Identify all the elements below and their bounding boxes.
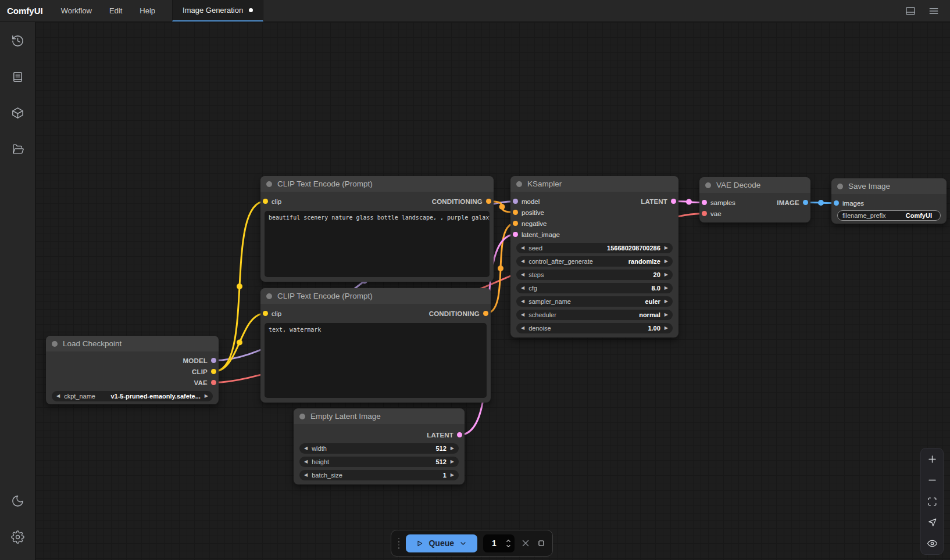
zoom-in-button[interactable] — [921, 448, 943, 469]
widget-denoise[interactable]: ◀denoise1.00▶ — [516, 323, 673, 333]
combo-left-arrow-icon[interactable]: ◀ — [521, 299, 524, 304]
sidebar-item-workflows[interactable] — [0, 136, 35, 161]
input-port-samples[interactable] — [702, 200, 707, 205]
combo-right-arrow-icon[interactable]: ▶ — [205, 394, 208, 399]
spinner-down-icon[interactable] — [505, 544, 512, 549]
widget-width[interactable]: ◀width512▶ — [299, 443, 459, 454]
collapse-dot[interactable] — [266, 181, 272, 187]
menu-workflow[interactable]: Workflow — [52, 6, 101, 15]
combo-right-arrow-icon[interactable]: ▶ — [665, 272, 668, 277]
app-logo[interactable]: ComfyUI — [0, 6, 52, 16]
widget-scheduler[interactable]: ◀schedulernormal▶ — [516, 310, 673, 320]
widget-cfg[interactable]: ◀cfg8.0▶ — [516, 283, 673, 293]
widget-filename-prefix[interactable]: filename_prefix ComfyUI — [837, 210, 941, 221]
node-title-bar[interactable]: CLIP Text Encode (Prompt) — [260, 176, 494, 192]
input-port-positive[interactable] — [513, 210, 518, 215]
combo-left-arrow-icon[interactable]: ◀ — [521, 286, 524, 290]
tab-image-generation[interactable]: Image Generation — [172, 0, 263, 21]
widget-sampler-name[interactable]: ◀sampler_nameeuler▶ — [516, 296, 673, 307]
spinner-up-icon[interactable] — [505, 538, 512, 543]
node-title-bar[interactable]: CLIP Text Encode (Prompt) — [260, 288, 491, 304]
input-port-clip[interactable] — [263, 311, 268, 316]
node-save-image[interactable]: Save Image images filename_prefix ComfyU… — [831, 178, 947, 224]
widget-ckpt-name[interactable]: ◀ ckpt_name v1-5-pruned-emaonly.safete..… — [52, 391, 213, 401]
output-port-clip[interactable] — [211, 369, 216, 374]
combo-right-arrow-icon[interactable]: ▶ — [665, 286, 668, 290]
combo-left-arrow-icon[interactable]: ◀ — [521, 272, 524, 277]
collapse-dot[interactable] — [837, 184, 843, 189]
output-port-conditioning[interactable] — [483, 311, 488, 316]
menu-icon[interactable] — [928, 5, 940, 17]
zoom-out-button[interactable] — [921, 469, 943, 490]
sidebar-item-theme-toggle[interactable] — [0, 488, 35, 514]
widget-control-after-generate[interactable]: ◀control_after_generaterandomize▶ — [516, 256, 673, 267]
combo-right-arrow-icon[interactable]: ▶ — [665, 259, 668, 264]
sidebar-item-queue-history[interactable] — [0, 28, 35, 53]
prompt-textarea[interactable]: text, watermark — [265, 323, 487, 398]
input-port-vae[interactable] — [702, 211, 707, 216]
combo-left-arrow-icon[interactable]: ◀ — [521, 326, 524, 331]
input-port-latent-image[interactable] — [513, 232, 518, 237]
combo-left-arrow-icon[interactable]: ◀ — [521, 246, 524, 250]
input-port-images[interactable] — [834, 200, 839, 206]
output-port-conditioning[interactable] — [486, 199, 491, 204]
collapse-dot[interactable] — [516, 181, 522, 187]
batch-count-input[interactable]: 1 — [483, 534, 515, 552]
combo-right-arrow-icon[interactable]: ▶ — [665, 246, 668, 250]
output-port-latent[interactable] — [457, 432, 462, 437]
node-title-bar[interactable]: Load Checkpoint — [46, 336, 219, 351]
combo-right-arrow-icon[interactable]: ▶ — [665, 313, 668, 317]
combo-right-arrow-icon[interactable]: ▶ — [451, 460, 454, 464]
node-title-bar[interactable]: KSampler — [510, 176, 678, 192]
output-port-model[interactable] — [211, 358, 216, 363]
menu-help[interactable]: Help — [131, 6, 164, 15]
combo-right-arrow-icon[interactable]: ▶ — [665, 326, 668, 331]
output-port-latent[interactable] — [671, 199, 676, 204]
combo-left-arrow-icon[interactable]: ◀ — [56, 394, 60, 399]
stop-button[interactable] — [537, 539, 546, 548]
node-clip-text-encode-negative[interactable]: CLIP Text Encode (Prompt) clip CONDITION… — [260, 288, 491, 403]
output-port-vae[interactable] — [211, 380, 216, 385]
sidebar-item-model-library[interactable] — [0, 100, 35, 125]
combo-left-arrow-icon[interactable]: ◀ — [521, 259, 524, 264]
node-vae-decode[interactable]: VAE Decode samples IMAGE vae — [699, 177, 810, 222]
node-title-bar[interactable]: Save Image — [831, 178, 947, 194]
combo-right-arrow-icon[interactable]: ▶ — [451, 446, 454, 451]
widget-seed[interactable]: ◀seed156680208700286▶ — [516, 243, 673, 253]
collapse-dot[interactable] — [266, 293, 272, 299]
combo-left-arrow-icon[interactable]: ◀ — [521, 313, 524, 317]
combo-left-arrow-icon[interactable]: ◀ — [304, 473, 308, 478]
collapse-dot[interactable] — [705, 182, 711, 188]
sidebar-item-node-library[interactable] — [0, 64, 35, 89]
input-port-negative[interactable] — [513, 221, 518, 226]
toggle-link-visibility-button[interactable] — [921, 533, 943, 554]
prompt-textarea[interactable]: beautiful scenery nature glass bottle la… — [265, 211, 490, 277]
node-title-bar[interactable]: Empty Latent Image — [294, 408, 465, 424]
combo-left-arrow-icon[interactable]: ◀ — [304, 446, 308, 451]
node-load-checkpoint[interactable]: Load Checkpoint MODEL CLIP VAE ◀ ckpt_na… — [46, 336, 219, 404]
combo-left-arrow-icon[interactable]: ◀ — [304, 460, 308, 464]
combo-right-arrow-icon[interactable]: ▶ — [451, 473, 454, 478]
panel-bottom-icon[interactable] — [905, 5, 916, 17]
combo-right-arrow-icon[interactable]: ▶ — [665, 299, 668, 304]
collapse-dot[interactable] — [52, 341, 58, 347]
node-empty-latent-image[interactable]: Empty Latent Image LATENT ◀width512▶ ◀he… — [294, 408, 465, 484]
chevron-down-icon[interactable] — [459, 539, 467, 548]
collapse-dot[interactable] — [299, 414, 305, 419]
node-ksampler[interactable]: KSampler model LATENT positive negative … — [510, 176, 678, 338]
node-title-bar[interactable]: VAE Decode — [699, 177, 810, 193]
widget-steps[interactable]: ◀steps20▶ — [516, 270, 673, 280]
menu-edit[interactable]: Edit — [101, 6, 131, 15]
drag-handle[interactable] — [398, 538, 400, 549]
output-port-image[interactable] — [803, 200, 808, 205]
widget-height[interactable]: ◀height512▶ — [299, 457, 459, 467]
input-port-clip[interactable] — [263, 199, 268, 204]
input-port-model[interactable] — [513, 199, 518, 204]
clear-queue-button[interactable] — [520, 538, 531, 548]
pan-mode-button[interactable] — [921, 512, 943, 533]
sidebar-item-settings[interactable] — [0, 524, 35, 550]
node-canvas[interactable]: Load Checkpoint MODEL CLIP VAE ◀ ckpt_na… — [35, 22, 950, 560]
fit-view-button[interactable] — [921, 491, 943, 512]
queue-button[interactable]: Queue — [406, 534, 477, 552]
node-clip-text-encode-positive[interactable]: CLIP Text Encode (Prompt) clip CONDITION… — [260, 176, 494, 282]
